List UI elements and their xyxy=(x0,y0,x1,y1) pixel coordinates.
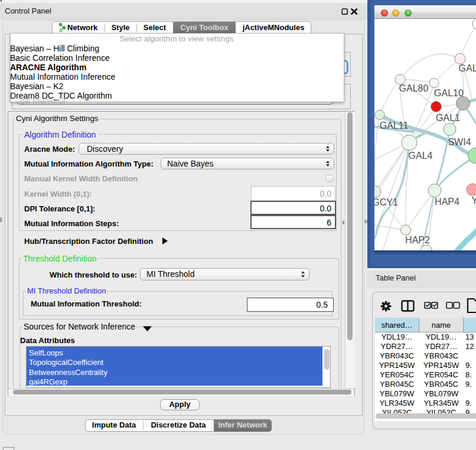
svg-text:HAP4: HAP4 xyxy=(435,197,459,207)
svg-text:GAL80: GAL80 xyxy=(399,83,429,93)
svg-text:GAL4: GAL4 xyxy=(409,151,433,161)
svg-text:GAL11: GAL11 xyxy=(380,120,409,131)
svg-text:SWI4: SWI4 xyxy=(448,137,471,147)
svg-text:YM: YM xyxy=(472,195,476,206)
svg-text:GAL1: GAL1 xyxy=(436,113,460,123)
svg-text:HAP2: HAP2 xyxy=(405,235,430,245)
svg-text:GAL7: GAL7 xyxy=(459,63,476,73)
svg-text:GAL10: GAL10 xyxy=(434,88,464,98)
svg-text:GCY1: GCY1 xyxy=(374,197,398,207)
